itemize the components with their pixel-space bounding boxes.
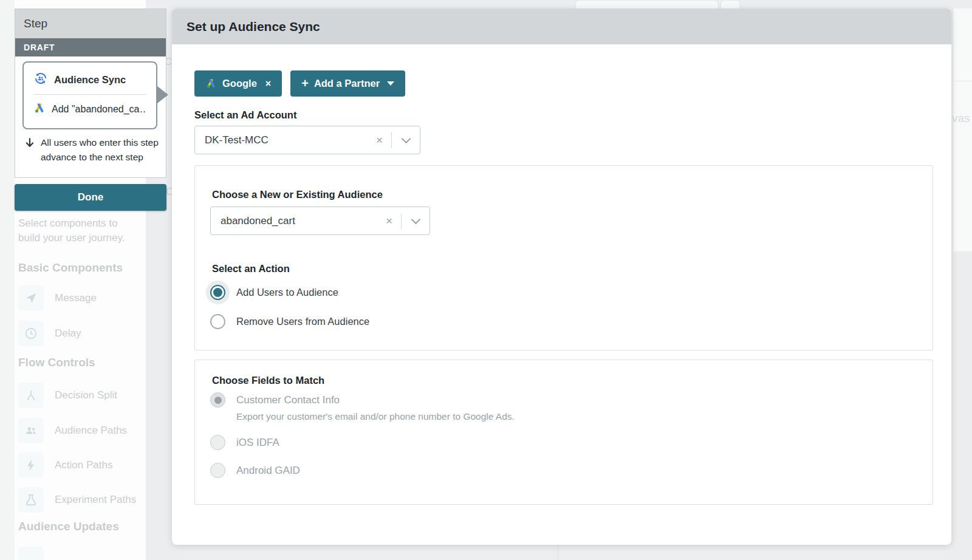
field-description: Export your customer's email and/or phon… bbox=[236, 411, 515, 422]
ad-account-value: DK-Test-MCC bbox=[195, 134, 368, 146]
audience-select[interactable]: abandoned_cart × bbox=[210, 207, 430, 235]
clear-icon[interactable]: × bbox=[368, 134, 391, 147]
fields-to-match-section: Choose Fields to Match Customer Contact … bbox=[194, 360, 933, 505]
radio-selected-icon[interactable] bbox=[210, 285, 225, 300]
audience-section: Choose a New or Existing Audience abando… bbox=[194, 165, 933, 350]
sidebar-item-delay[interactable]: Delay bbox=[18, 321, 146, 346]
background-divider bbox=[558, 545, 558, 560]
plus-icon: + bbox=[301, 77, 309, 90]
step-card-title: Audience Sync bbox=[54, 74, 126, 86]
background-button-fragment bbox=[720, 0, 740, 9]
clock-icon bbox=[18, 321, 44, 346]
step-panel-title: Step bbox=[15, 9, 166, 38]
audience-sync-modal: Set up Audience Sync Google × + Add a Pa… bbox=[172, 9, 951, 545]
audience-value: abandoned_cart bbox=[211, 215, 377, 227]
ad-account-label: Select an Ad Account bbox=[194, 109, 296, 121]
audience-sync-icon bbox=[33, 71, 48, 88]
google-partner-chip[interactable]: Google × bbox=[194, 70, 282, 97]
step-card-subtitle: Add "abandoned_ca… bbox=[52, 104, 146, 115]
step-panel: Step DRAFT Audience Sync bbox=[15, 9, 166, 178]
radio-ios-idfa: iOS IDFA bbox=[210, 435, 279, 450]
radio-label: Add Users to Audience bbox=[236, 287, 338, 298]
sidebar-item-action-paths[interactable]: Action Paths bbox=[18, 452, 146, 478]
radio-label: Android GAID bbox=[236, 465, 300, 477]
sidebar-item-message[interactable]: Message bbox=[18, 285, 146, 311]
modal-title: Set up Audience Sync bbox=[187, 19, 320, 34]
google-ads-icon bbox=[33, 102, 46, 117]
audience-label: Choose a New or Existing Audience bbox=[212, 189, 383, 200]
modal-header: Set up Audience Sync bbox=[172, 9, 951, 44]
background-input-fragment bbox=[575, 0, 719, 9]
partner-chip-label: Google bbox=[222, 78, 257, 89]
clear-icon[interactable]: × bbox=[377, 214, 401, 228]
remove-partner-icon[interactable]: × bbox=[265, 78, 271, 89]
radio-disabled-selected-icon bbox=[210, 392, 225, 408]
sidebar-item-partial[interactable] bbox=[18, 547, 146, 560]
radio-label: iOS IDFA bbox=[236, 437, 279, 449]
audience-sync-step-card[interactable]: Audience Sync Add "abandoned_ca… bbox=[22, 61, 157, 129]
sidebar-item-label: Audience Paths bbox=[55, 425, 127, 437]
action-label: Select an Action bbox=[212, 263, 290, 275]
background-divider bbox=[951, 81, 972, 81]
radio-disabled-icon bbox=[210, 463, 225, 478]
background-panel-fragment bbox=[954, 9, 972, 251]
step-caption-text: All users who enter this step advance to… bbox=[41, 135, 163, 165]
background-text-fragment: vas bbox=[952, 112, 970, 125]
radio-unselected-icon[interactable] bbox=[210, 314, 225, 329]
fields-label: Choose Fields to Match bbox=[212, 375, 324, 386]
step-caption: All users who enter this step advance to… bbox=[24, 135, 163, 165]
radio-add-users-to-audience[interactable]: Add Users to Audience bbox=[210, 285, 338, 300]
google-ads-icon bbox=[205, 78, 222, 89]
sidebar-item-label: Action Paths bbox=[55, 459, 112, 471]
chevron-down-icon bbox=[387, 81, 394, 86]
status-badge: DRAFT bbox=[15, 38, 166, 56]
decision-split-icon bbox=[18, 383, 44, 408]
sidebar-item-label: Experiment Paths bbox=[55, 494, 136, 506]
ad-account-select[interactable]: DK-Test-MCC × bbox=[194, 126, 420, 154]
flask-icon bbox=[18, 487, 44, 513]
divider bbox=[33, 94, 146, 95]
component-icon bbox=[18, 547, 44, 560]
radio-customer-contact-info: Customer Contact Info bbox=[210, 392, 340, 408]
section-heading-flow-controls: Flow Controls bbox=[18, 356, 95, 369]
add-partner-label: Add a Partner bbox=[314, 78, 380, 89]
sidebar-item-label: Message bbox=[55, 292, 97, 304]
sidebar-item-experiment-paths[interactable]: Experiment Paths bbox=[18, 487, 146, 513]
chevron-down-icon[interactable] bbox=[402, 219, 430, 223]
sidebar-helper-text: Select components to build your user jou… bbox=[18, 216, 137, 245]
radio-label: Customer Contact Info bbox=[236, 394, 340, 406]
sidebar-item-label: Delay bbox=[55, 327, 81, 340]
add-partner-button[interactable]: + Add a Partner bbox=[290, 70, 405, 97]
radio-remove-users-from-audience[interactable]: Remove Users from Audience bbox=[210, 314, 369, 329]
lightning-icon bbox=[18, 452, 44, 478]
section-heading-basic-components: Basic Components bbox=[18, 261, 123, 275]
step-card-pointer bbox=[157, 86, 168, 103]
done-button[interactable]: Done bbox=[15, 184, 166, 211]
people-icon bbox=[18, 418, 44, 443]
radio-android-gaid: Android GAID bbox=[210, 463, 300, 478]
chevron-down-icon[interactable] bbox=[392, 138, 420, 142]
sidebar-item-decision-split[interactable]: Decision Split bbox=[18, 383, 146, 408]
down-arrow-icon bbox=[24, 137, 36, 149]
radio-label: Remove Users from Audience bbox=[236, 316, 369, 327]
sidebar-item-audience-paths[interactable]: Audience Paths bbox=[18, 418, 146, 443]
send-icon bbox=[18, 285, 44, 311]
section-heading-audience-updates: Audience Updates bbox=[18, 520, 119, 533]
sidebar-item-label: Decision Split bbox=[55, 389, 117, 401]
radio-disabled-icon bbox=[210, 435, 225, 450]
